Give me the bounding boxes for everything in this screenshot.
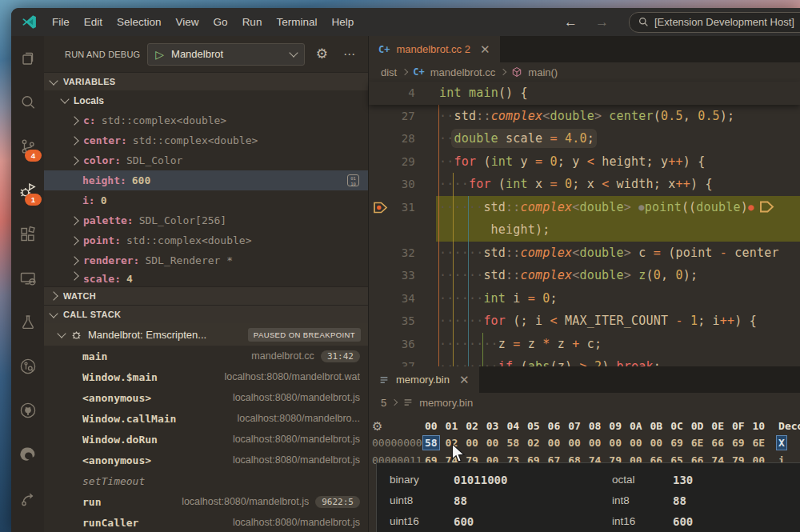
line-number-gutter[interactable]: 29 <box>369 150 436 174</box>
live-share-icon[interactable] <box>11 476 44 520</box>
hex-byte[interactable]: 00 <box>589 437 610 449</box>
code-line-content[interactable]: height); <box>436 218 800 242</box>
code-line-content[interactable]: ······std::complex<double> c = (point - … <box>436 242 800 265</box>
breadcrumb-symbol[interactable]: main() <box>528 66 558 78</box>
repo-search-icon[interactable] <box>11 344 44 388</box>
code-line-content[interactable]: ··double scale = 4.0; <box>436 127 800 150</box>
stack-frame-row[interactable]: <anonymous>localhost:8080/mandelbrot.js <box>44 387 368 408</box>
selected-decoded-char[interactable]: X <box>777 436 786 450</box>
code-line-content[interactable]: ····for (int x = 0; x < width; x++) { <box>436 173 800 196</box>
code-line-29[interactable]: 29··for (int y = 0; y < height; y++) { <box>369 150 800 174</box>
code-line-35[interactable]: 35······for (; i < MAX_ITER_COUNT - 1; i… <box>369 310 800 333</box>
files-icon[interactable] <box>11 36 44 80</box>
code-line-content[interactable]: int main() { <box>436 82 800 105</box>
menu-edit[interactable]: Edit <box>77 12 110 32</box>
variable-row-height[interactable]: height:6000110 <box>44 170 368 190</box>
variables-section-header[interactable]: VARIABLES <box>44 72 368 90</box>
line-number-gutter[interactable]: 28 <box>369 127 436 150</box>
hex-byte[interactable]: 00 <box>609 437 630 449</box>
code-line-content[interactable]: ········z = z * z + c; <box>436 333 800 356</box>
hex-byte[interactable]: 6E <box>691 437 712 449</box>
code-line-30[interactable]: 30····for (int x = 0; x < width; x++) { <box>369 173 800 196</box>
paused-breakpoint-icon[interactable] <box>373 201 389 214</box>
line-number-gutter[interactable]: 34 <box>369 287 436 310</box>
breadcrumb-memory-bin[interactable]: memory.bin <box>419 397 473 409</box>
decoded-char[interactable]: X <box>778 437 785 449</box>
launch-config-dropdown[interactable]: ▷ Mandelbrot <box>147 43 304 66</box>
code-view[interactable]: 27··std::complex<double> center(0.5, 0.5… <box>369 105 800 367</box>
menu-run[interactable]: Run <box>235 12 270 32</box>
tab-mandelbrot-cc[interactable]: C+ mandelbrot.cc 2 ✕ <box>369 36 500 62</box>
beaker-icon[interactable] <box>11 300 44 344</box>
variable-row-point[interactable]: point:std::complex<double> <box>44 230 368 250</box>
back-arrow-icon[interactable]: ← <box>555 14 586 30</box>
hex-row[interactable]: 00000000580200005802000000000000696E6669… <box>372 434 800 451</box>
debug-icon[interactable]: 1 <box>11 168 44 212</box>
stack-frame-row[interactable]: Window.doRunlocalhost:8080/mandelbrot.js <box>44 429 368 450</box>
breadcrumb-dist[interactable]: dist <box>381 66 397 78</box>
forward-arrow-icon[interactable]: → <box>586 14 618 30</box>
hex-byte[interactable]: 00 <box>650 437 671 449</box>
menu-go[interactable]: Go <box>206 12 235 32</box>
call-stack-section-header[interactable]: CALL STACK <box>44 305 368 323</box>
stack-frame-row[interactable]: runCallerlocalhost:8080/mandelbrot.js <box>44 512 368 532</box>
debug-thread-row[interactable]: Mandelbrot: Emscripten... PAUSED ON BREA… <box>44 323 368 346</box>
menu-selection[interactable]: Selection <box>110 12 169 32</box>
hex-byte[interactable]: 69 <box>732 437 753 449</box>
hex-byte[interactable]: 58 <box>506 437 527 449</box>
code-line-content[interactable]: ······for (; i < MAX_ITER_COUNT - 1; i++… <box>436 310 800 333</box>
menu-view[interactable]: View <box>169 12 206 32</box>
line-number-gutter[interactable]: 37 <box>369 355 436 366</box>
code-line-content[interactable]: ········if (abs(z) > 2) break; <box>436 355 800 366</box>
extensions-icon[interactable] <box>11 212 44 256</box>
code-line-wrap[interactable]: height); <box>369 218 800 242</box>
code-line-content[interactable]: ··for (int y = 0; y < height; y++) { <box>436 150 800 174</box>
close-icon[interactable]: ✕ <box>477 42 490 57</box>
line-number-gutter[interactable]: 4 <box>369 82 436 105</box>
menu-file[interactable]: File <box>45 12 77 32</box>
variable-row-c[interactable]: c:std::complex<double> <box>44 110 368 130</box>
breadcrumb-5[interactable]: 5 <box>381 397 386 409</box>
variable-row-scale[interactable]: scale:4 <box>44 270 368 286</box>
line-number-gutter[interactable]: 32 <box>369 242 436 265</box>
debug-settings-gear-icon[interactable]: ⚙ <box>312 46 332 62</box>
locals-row[interactable]: Locals <box>44 90 368 110</box>
code-line-31[interactable]: 31······std::complex<double> ●point((dou… <box>369 196 800 219</box>
hex-byte[interactable]: 58 <box>425 437 446 449</box>
code-line-37[interactable]: 37········if (abs(z) > 2) break; <box>369 355 800 366</box>
line-number-gutter[interactable]: 35 <box>369 310 436 333</box>
hex-settings-gear-icon[interactable]: ⚙ <box>372 419 425 434</box>
code-line-content[interactable]: ······std::complex<double> ●point((doubl… <box>436 196 800 219</box>
watch-section-header[interactable]: WATCH <box>44 286 368 305</box>
code-line-36[interactable]: 36········z = z * z + c; <box>369 333 800 356</box>
close-icon[interactable]: ✕ <box>456 373 470 387</box>
line-number-gutter[interactable]: 27 <box>369 105 436 128</box>
stack-frame-row[interactable]: setTimeout <box>44 470 368 491</box>
selected-byte[interactable]: 58 <box>423 436 439 450</box>
github-icon[interactable] <box>11 388 44 432</box>
source-control-icon[interactable]: 4 <box>11 124 44 168</box>
start-debug-icon[interactable]: ▷ <box>155 49 164 60</box>
tab-memory-bin[interactable]: memory.bin ✕ <box>369 366 479 393</box>
binary-view-icon[interactable]: 0110 <box>347 174 359 186</box>
variable-row-palette[interactable]: palette:SDL_Color[256] <box>44 210 368 230</box>
menu-terminal[interactable]: Terminal <box>269 12 324 32</box>
variable-row-i[interactable]: i:0 <box>44 190 368 210</box>
code-line-content[interactable]: ··std::complex<double> center(0.5, 0.5); <box>436 105 800 128</box>
code-line-27[interactable]: 27··std::complex<double> center(0.5, 0.5… <box>369 105 800 128</box>
menu-help[interactable]: Help <box>324 12 361 32</box>
command-center-search[interactable]: [Extension Development Host] <box>629 12 800 33</box>
breadcrumb[interactable]: dist C+ mandelbrot.cc main() <box>369 62 800 82</box>
hex-byte[interactable]: 00 <box>486 437 507 449</box>
line-number-gutter[interactable]: 33 <box>369 264 436 287</box>
stack-frame-row[interactable]: <anonymous>localhost:8080/mandelbrot.js <box>44 450 368 470</box>
code-line-32[interactable]: 32······std::complex<double> c = (point … <box>369 242 800 265</box>
code-line-34[interactable]: 34······int i = 0; <box>369 287 800 310</box>
code-line-33[interactable]: 33······std::complex<double> z(0, 0); <box>369 264 800 287</box>
line-number-gutter[interactable] <box>369 218 436 242</box>
line-number-gutter[interactable]: 36 <box>369 333 436 356</box>
breadcrumb-file[interactable]: mandelbrot.cc <box>430 66 496 78</box>
memory-breadcrumb[interactable]: 5 memory.bin <box>369 393 800 412</box>
search-icon[interactable] <box>11 80 44 124</box>
hex-byte[interactable]: 69 <box>670 437 691 449</box>
